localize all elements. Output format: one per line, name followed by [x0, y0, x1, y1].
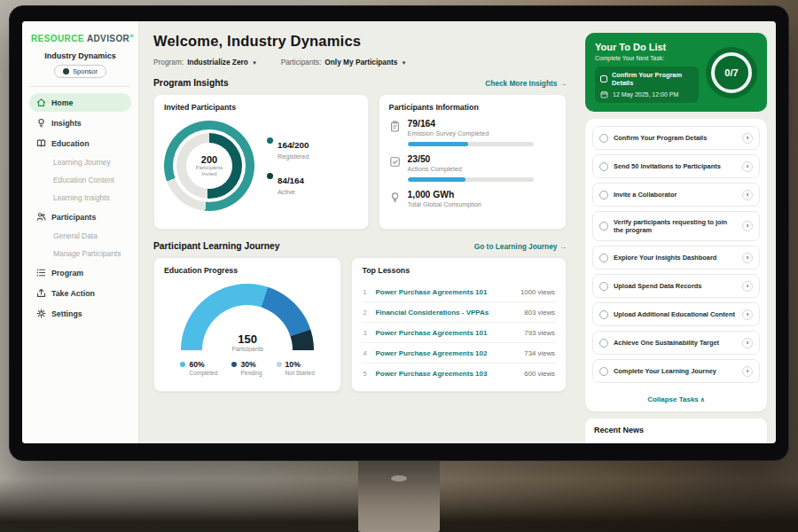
- sponsor-icon: [63, 68, 69, 74]
- task-chevron-icon[interactable]: [742, 281, 753, 292]
- sidebar-item-participants[interactable]: Participants: [29, 207, 131, 226]
- registered-dot: [267, 137, 273, 144]
- todo-panel: Your To Do List Complete Your Next Task:…: [577, 21, 776, 443]
- pending-dot: [231, 362, 237, 367]
- actions-progress-fill: [408, 177, 466, 182]
- task-row-send-invitations[interactable]: Send 50 Invitations to Participants: [592, 154, 760, 178]
- recent-news-title: Recent News: [594, 426, 644, 434]
- education-progress-card: Education Progress 150 Participants 60%: [153, 257, 341, 392]
- sidebar-item-manage-participants[interactable]: Manage Participants: [29, 246, 131, 262]
- task-label: Complete Your Learning Journey: [614, 367, 737, 376]
- task-checkbox[interactable]: [599, 162, 608, 171]
- lesson-link[interactable]: Power Purchase Agreements 102: [375, 349, 518, 357]
- education-gauge-center: 150 Participants: [181, 332, 314, 352]
- task-checkbox[interactable]: [599, 134, 608, 143]
- sidebar-item-insights[interactable]: Insights: [29, 113, 131, 132]
- task-label: Send 50 Invitations to Participants: [614, 162, 737, 171]
- task-chevron-icon[interactable]: [742, 221, 753, 231]
- pending-value: 30%: [240, 360, 255, 369]
- task-row-explore-insights[interactable]: Explore Your Insights Dashboard: [592, 246, 760, 270]
- task-label: Verify participants requesting to join t…: [614, 218, 737, 235]
- task-chevron-icon[interactable]: [742, 161, 753, 172]
- sidebar-item-label: Education Content: [53, 176, 114, 184]
- task-chevron-icon[interactable]: [742, 309, 753, 320]
- invited-participants-card: Invited Participants 200 Participants In…: [153, 94, 369, 230]
- task-checkbox[interactable]: [599, 310, 608, 319]
- task-checkbox[interactable]: [599, 254, 608, 262]
- task-checkbox[interactable]: [599, 282, 608, 291]
- todo-progress-value: 0/7: [724, 67, 738, 78]
- stat-actions-completed: 23/50 Actions Completed: [389, 154, 556, 182]
- emission-survey-label: Emission Survey Completed: [408, 129, 534, 137]
- participants-filter-dropdown[interactable]: Participants:Only My Participants: [281, 58, 406, 66]
- sidebar-item-education[interactable]: Education: [29, 134, 131, 153]
- task-chevron-icon[interactable]: [742, 366, 753, 377]
- task-row-complete-learning-journey[interactable]: Complete Your Learning Journey: [592, 359, 760, 383]
- todo-progress-ring: 0/7: [711, 52, 752, 93]
- legend-item-registered: 164/200 Registered: [267, 136, 309, 160]
- task-checkbox[interactable]: [599, 222, 608, 231]
- task-row-upload-educational-content[interactable]: Upload Additional Educational Content: [592, 302, 760, 326]
- task-chevron-icon[interactable]: [742, 253, 753, 263]
- sidebar-item-home[interactable]: Home: [29, 93, 131, 112]
- check-more-insights-link[interactable]: Check More Insights: [485, 79, 567, 88]
- completed-dot: [180, 362, 185, 367]
- brand-primary: RESOURCE: [31, 34, 84, 43]
- sidebar-item-learning-journey[interactable]: Learning Journey: [29, 154, 131, 170]
- task-chevron-icon[interactable]: [742, 338, 753, 348]
- sidebar-item-learning-insights[interactable]: Learning Insights: [29, 190, 131, 206]
- collapse-tasks-link[interactable]: Collapse Tasks: [592, 391, 760, 406]
- go-to-learning-journey-link[interactable]: Go to Learning Journey: [474, 242, 567, 251]
- take-action-icon: [36, 288, 46, 298]
- participants-icon: [36, 212, 46, 222]
- sidebar-item-label: General Data: [53, 231, 98, 240]
- education-icon: [36, 138, 46, 148]
- sidebar-item-label: Manage Participants: [53, 249, 121, 258]
- program-filter-dropdown[interactable]: Program:Industrialize Zero: [153, 58, 256, 66]
- next-task-checkbox[interactable]: [600, 75, 607, 82]
- sponsor-badge[interactable]: Sponsor: [54, 65, 106, 78]
- lesson-rank: 3: [363, 329, 369, 337]
- lesson-views: 803 views: [524, 309, 555, 317]
- task-chevron-icon[interactable]: [742, 190, 753, 200]
- lesson-views: 1000 views: [520, 288, 555, 296]
- calendar-icon: [600, 90, 608, 98]
- org-name: Industry Dynamics: [29, 51, 131, 60]
- legend-item-completed: 60% Completed: [180, 360, 217, 376]
- learning-journey-title: Participant Learning Journey: [153, 241, 279, 251]
- active-dot: [267, 173, 273, 179]
- brand-plus: +: [129, 32, 134, 40]
- lesson-link[interactable]: Power Purchase Agreements 101: [375, 288, 514, 296]
- task-label: Invite a Collaborator: [614, 191, 737, 200]
- sidebar-item-education-content[interactable]: Education Content: [29, 172, 131, 188]
- task-row-invite-collaborator[interactable]: Invite a Collaborator: [592, 183, 760, 207]
- lesson-link[interactable]: Power Purchase Agreements 103: [375, 370, 518, 378]
- task-row-upload-spend-data[interactable]: Upload Spend Data Records: [592, 274, 760, 298]
- participants-filter-value: Only My Participants: [325, 58, 397, 66]
- sidebar-item-take-action[interactable]: Take Action: [29, 284, 131, 302]
- insights-icon: [36, 118, 46, 128]
- lesson-rank: 5: [363, 370, 369, 378]
- sidebar-item-label: Take Action: [51, 289, 95, 298]
- task-checkbox[interactable]: [599, 339, 608, 348]
- task-row-achieve-target[interactable]: Achieve One Sustainability Target: [592, 331, 760, 355]
- actions-completed-value: 23/50: [408, 154, 534, 164]
- registered-label: Registered: [278, 153, 309, 160]
- lesson-link[interactable]: Power Purchase Agreements 101: [375, 329, 518, 337]
- sidebar-item-settings[interactable]: Settings: [29, 304, 131, 323]
- task-chevron-icon[interactable]: [742, 133, 753, 144]
- task-row-confirm-program[interactable]: Confirm Your Program Details: [592, 126, 760, 150]
- sidebar-item-program[interactable]: Program: [29, 263, 131, 282]
- lesson-link[interactable]: Financial Considerations - VPPAs: [375, 309, 518, 317]
- lesson-row: 4 Power Purchase Agreements 102 734 view…: [362, 343, 556, 364]
- actions-progress-track: [408, 177, 534, 182]
- actions-completed-label: Actions Completed: [408, 165, 534, 173]
- task-row-verify-participants[interactable]: Verify participants requesting to join t…: [592, 211, 760, 241]
- invited-center-value: 200: [201, 154, 217, 165]
- consumption-label: Total Global Consumption: [408, 200, 482, 208]
- stand-logo: [391, 475, 407, 481]
- sidebar-item-general-data[interactable]: General Data: [29, 228, 131, 244]
- task-checkbox[interactable]: [599, 367, 608, 376]
- task-checkbox[interactable]: [599, 191, 608, 200]
- program-insights-title: Program Insights: [153, 78, 229, 88]
